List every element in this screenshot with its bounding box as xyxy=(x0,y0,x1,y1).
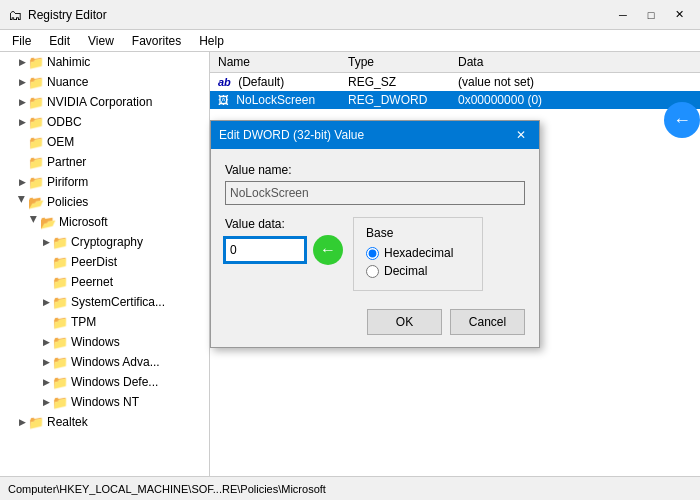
tree-item-odbc[interactable]: ▶ 📁 ODBC xyxy=(0,112,209,132)
folder-icon: 📁 xyxy=(52,375,68,390)
menu-bar: File Edit View Favorites Help xyxy=(0,30,700,52)
tree-label: Nuance xyxy=(47,75,88,89)
tree-item-partner[interactable]: ▶ 📁 Partner xyxy=(0,152,209,172)
tree-item-nahimic[interactable]: ▶ 📁 Nahimic xyxy=(0,52,209,72)
tree-item-systemcertifica[interactable]: ▶ 📁 SystemCertifica... xyxy=(0,292,209,312)
value-name: NoLockScreen xyxy=(236,93,315,107)
tree-arrow: ▶ xyxy=(40,397,52,407)
menu-help[interactable]: Help xyxy=(191,32,232,50)
dialog-title: Edit DWORD (32-bit) Value xyxy=(219,128,364,142)
value-data-label: Value data: xyxy=(225,217,343,231)
ok-button[interactable]: OK xyxy=(367,309,442,335)
value-name: (Default) xyxy=(238,75,284,89)
tree-item-policies[interactable]: ▶ 📂 Policies xyxy=(0,192,209,212)
hex-radio[interactable] xyxy=(366,247,379,260)
hex-radio-row: Hexadecimal xyxy=(366,246,470,260)
app-icon: 🗂 xyxy=(8,7,22,23)
table-row[interactable]: ab (Default) REG_SZ (value not set) xyxy=(210,73,700,92)
folder-icon: 📁 xyxy=(28,115,44,130)
tree-arrow: ▶ xyxy=(40,377,52,387)
folder-icon: 📁 xyxy=(52,395,68,410)
registry-tree: ▶ 📁 Nahimic ▶ 📁 Nuance ▶ 📁 NVIDIA Corpor… xyxy=(0,52,210,476)
value-data-input[interactable] xyxy=(225,238,305,262)
folder-icon: 📁 xyxy=(52,295,68,310)
tree-label: SystemCertifica... xyxy=(71,295,165,309)
value-name-input[interactable] xyxy=(225,181,525,205)
tree-item-windowsadva[interactable]: ▶ 📁 Windows Adva... xyxy=(0,352,209,372)
title-bar: 🗂 Registry Editor ─ □ ✕ xyxy=(0,0,700,30)
folder-icon: 📁 xyxy=(52,255,68,270)
maximize-button[interactable]: □ xyxy=(638,5,664,25)
edit-dword-dialog: Edit DWORD (32-bit) Value ✕ Value name: … xyxy=(210,120,540,348)
tree-label: Windows NT xyxy=(71,395,139,409)
dialog-body: Value name: Value data: ← Base Hexadecim… xyxy=(211,149,539,301)
menu-favorites[interactable]: Favorites xyxy=(124,32,189,50)
tree-arrow: ▶ xyxy=(16,77,28,87)
minimize-button[interactable]: ─ xyxy=(610,5,636,25)
tree-item-oem[interactable]: ▶ 📁 OEM xyxy=(0,132,209,152)
tree-arrow: ▶ xyxy=(16,177,28,187)
tree-item-nvidia[interactable]: ▶ 📁 NVIDIA Corporation xyxy=(0,92,209,112)
folder-icon: 📁 xyxy=(28,95,44,110)
tree-item-peernet[interactable]: ▶ 📁 Peernet xyxy=(0,272,209,292)
tree-item-tpm[interactable]: ▶ 📁 TPM xyxy=(0,312,209,332)
tree-arrow: ▶ xyxy=(40,337,52,347)
col-data: Data xyxy=(450,52,700,73)
cancel-button[interactable]: Cancel xyxy=(450,309,525,335)
tree-label: Windows xyxy=(71,335,120,349)
col-type: Type xyxy=(340,52,450,73)
title-bar-left: 🗂 Registry Editor xyxy=(8,7,107,23)
tree-item-peerdist[interactable]: ▶ 📁 PeerDist xyxy=(0,252,209,272)
tree-label: Cryptography xyxy=(71,235,143,249)
tree-label: Partner xyxy=(47,155,86,169)
tree-arrow: ▶ xyxy=(17,196,27,208)
folder-icon: 📁 xyxy=(28,55,44,70)
tree-item-piriform[interactable]: ▶ 📁 Piriform xyxy=(0,172,209,192)
tree-label: ODBC xyxy=(47,115,82,129)
hex-label: Hexadecimal xyxy=(384,246,453,260)
table-row-selected[interactable]: 🖼 NoLockScreen REG_DWORD 0x00000000 (0) xyxy=(210,91,700,109)
folder-icon: 📁 xyxy=(28,415,44,430)
data-input-section: ← xyxy=(225,235,343,265)
base-label: Base xyxy=(366,226,470,240)
cell-data: (value not set) xyxy=(450,73,700,92)
menu-edit[interactable]: Edit xyxy=(41,32,78,50)
menu-view[interactable]: View xyxy=(80,32,122,50)
tree-item-microsoft[interactable]: ▶ 📂 Microsoft xyxy=(0,212,209,232)
tree-arrow: ▶ xyxy=(40,297,52,307)
cell-data: 0x00000000 (0) xyxy=(450,91,700,109)
menu-file[interactable]: File xyxy=(4,32,39,50)
registry-table: Name Type Data ab (Default) REG_SZ (valu… xyxy=(210,52,700,109)
folder-icon: 📂 xyxy=(28,195,44,210)
tree-label: Windows Adva... xyxy=(71,355,160,369)
dialog-footer: OK Cancel xyxy=(211,301,539,347)
cell-type: REG_SZ xyxy=(340,73,450,92)
tree-item-windowsnt[interactable]: ▶ 📁 Windows NT xyxy=(0,392,209,412)
tree-label: Piriform xyxy=(47,175,88,189)
tree-item-nuance[interactable]: ▶ 📁 Nuance xyxy=(0,72,209,92)
data-section: Value data: ← xyxy=(225,217,343,265)
tree-label: Microsoft xyxy=(59,215,108,229)
tree-item-windowsdefe[interactable]: ▶ 📁 Windows Defe... xyxy=(0,372,209,392)
status-path: Computer\HKEY_LOCAL_MACHINE\SOF...RE\Pol… xyxy=(8,483,326,495)
tree-label: Realtek xyxy=(47,415,88,429)
folder-icon: 📁 xyxy=(28,175,44,190)
green-arrow-indicator: ← xyxy=(313,235,343,265)
tree-label: PeerDist xyxy=(71,255,117,269)
close-button[interactable]: ✕ xyxy=(666,5,692,25)
tree-label: TPM xyxy=(71,315,96,329)
dec-label: Decimal xyxy=(384,264,427,278)
tree-label: Peernet xyxy=(71,275,113,289)
tree-arrow: ▶ xyxy=(40,357,52,367)
folder-icon: 📁 xyxy=(52,275,68,290)
tree-item-cryptography[interactable]: ▶ 📁 Cryptography xyxy=(0,232,209,252)
tree-item-windows[interactable]: ▶ 📁 Windows xyxy=(0,332,209,352)
dec-radio-row: Decimal xyxy=(366,264,470,278)
dec-radio[interactable] xyxy=(366,265,379,278)
base-section: Base Hexadecimal Decimal xyxy=(353,217,483,291)
cell-name: ab (Default) xyxy=(210,73,340,92)
folder-icon: 📁 xyxy=(28,135,44,150)
dialog-close-button[interactable]: ✕ xyxy=(511,125,531,145)
tree-item-realtek[interactable]: ▶ 📁 Realtek xyxy=(0,412,209,432)
tree-label: Nahimic xyxy=(47,55,90,69)
